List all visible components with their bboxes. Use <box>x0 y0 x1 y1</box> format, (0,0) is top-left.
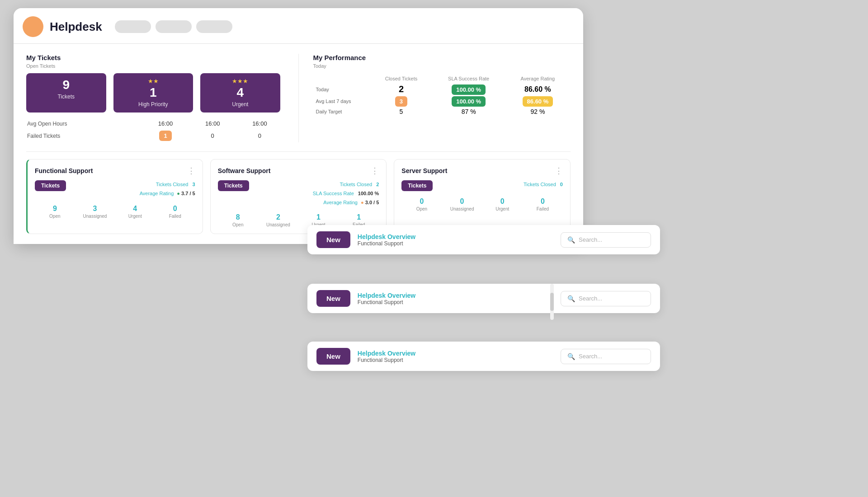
func-stat-2: Average Rating ● 3.7 / 5 <box>140 189 195 198</box>
today-sla-value: 100.00 % <box>452 84 486 95</box>
scrollbar-thumb[interactable] <box>550 293 554 311</box>
perf-header-row: Closed Tickets SLA Success Rate Average … <box>316 76 568 81</box>
functional-header: Functional Support ⋮ <box>35 166 195 176</box>
failed-col1: 1 <box>142 130 189 141</box>
avg-col3: 16:00 <box>236 118 283 129</box>
func-num-urgent: 4 Urgent <box>115 205 155 219</box>
sw-num-unassigned: 2 Unassigned <box>258 213 298 227</box>
failed-label: Failed Tickets <box>27 130 142 141</box>
today-label: Today <box>316 84 370 94</box>
func-stat-1-label: Tickets Closed <box>156 182 189 187</box>
app-logo <box>23 16 43 37</box>
today-rating: 86.60 % <box>508 84 568 94</box>
search-box-1[interactable]: 🔍 Search... <box>561 232 651 248</box>
srv-failed-label: Failed <box>523 206 563 211</box>
panel-2-subtitle: Functional Support <box>358 299 553 305</box>
my-performance-section: My Performance Today Closed Tickets SLA … <box>299 54 571 118</box>
func-stat-1-val: 3 <box>193 182 195 187</box>
ticket-card-urgent: ★★★ 4 Urgent <box>200 73 280 113</box>
floating-panel-2: New Helpdesk Overview Functional Support… <box>307 284 660 313</box>
functional-title: Functional Support <box>35 167 93 174</box>
high-priority-stars: ★★ <box>120 78 187 84</box>
func-num-failed: 0 Failed <box>155 205 195 219</box>
srv-num-urgent: 0 Urgent <box>482 197 523 211</box>
srv-open-val: 0 <box>401 197 442 206</box>
sw-unassigned-val: 2 <box>258 213 298 221</box>
avg-col1: 16:00 <box>142 118 189 129</box>
daily-sla: 87 % <box>432 108 505 115</box>
avg-sla-val: 100.00 % <box>452 96 486 107</box>
avg-open-hours-row: Avg Open Hours 16:00 16:00 16:00 <box>27 118 283 129</box>
software-title: Software Support <box>218 167 271 174</box>
sw-stat-3-val: 3.0 / 5 <box>365 200 379 205</box>
server-menu-icon[interactable]: ⋮ <box>555 166 563 176</box>
functional-nums: 9 Open 3 Unassigned 4 Urgent 0 Failed <box>35 205 195 219</box>
panel-2-title: Helpdesk Overview <box>358 292 553 299</box>
srv-num-open: 0 Open <box>401 197 442 211</box>
metrics-row: My Tickets Open Tickets 9 Tickets ★★ 1 H… <box>26 54 571 142</box>
search-box-2[interactable]: 🔍 Search... <box>561 291 651 306</box>
software-support-card: Software Support ⋮ Tickets Tickets Close… <box>210 159 387 234</box>
func-stat-2-label: Average Rating <box>140 191 174 196</box>
my-tickets-label: My Tickets <box>26 54 284 61</box>
func-stat-2-val: 3.7 / 5 <box>181 191 195 196</box>
func-stat-2-icon: ● <box>177 191 180 196</box>
support-section: Functional Support ⋮ Tickets Tickets Clo… <box>26 151 571 234</box>
urgent-number: 4 <box>207 85 274 100</box>
dashboard-content: My Tickets Open Tickets 9 Tickets ★★ 1 H… <box>14 44 583 244</box>
avg-7-label: Avg Last 7 days <box>316 97 370 105</box>
avg-col2: 16:00 <box>189 118 236 129</box>
software-tickets-btn[interactable]: Tickets <box>218 180 249 191</box>
software-stats: Tickets Closed 2 SLA Success Rate 100.00… <box>313 180 379 207</box>
floating-panel-3: New Helpdesk Overview Functional Support… <box>307 342 660 371</box>
search-icon-3: 🔍 <box>567 353 575 360</box>
func-failed-val: 0 <box>155 205 195 213</box>
func-unassigned-val: 3 <box>75 205 115 213</box>
func-unassigned-label: Unassigned <box>75 214 115 219</box>
perf-avg-row: Avg Last 7 days 3 100.00 % 86.60 % <box>316 97 568 105</box>
func-urgent-label: Urgent <box>115 214 155 219</box>
nav-pill-2[interactable] <box>156 20 192 33</box>
perf-col-closed: Closed Tickets <box>373 76 430 81</box>
functional-support-card: Functional Support ⋮ Tickets Tickets Clo… <box>26 159 203 234</box>
avg-7-rating: 86.60 % <box>508 97 568 105</box>
nav-pill-1[interactable] <box>115 20 151 33</box>
functional-menu-icon[interactable]: ⋮ <box>187 166 195 176</box>
server-nums: 0 Open 0 Unassigned 0 Urgent 0 Failed <box>401 197 563 211</box>
avg-label: Avg Open Hours <box>27 118 142 129</box>
server-tickets-btn[interactable]: Tickets <box>401 180 433 191</box>
software-header: Software Support ⋮ <box>218 166 379 176</box>
new-button-1[interactable]: New <box>316 231 350 248</box>
search-box-3[interactable]: 🔍 Search... <box>561 349 651 364</box>
panel-1-info: Helpdesk Overview Functional Support <box>358 233 553 247</box>
urgent-stars: ★★★ <box>207 78 274 84</box>
sw-num-open: 8 Open <box>218 213 258 227</box>
daily-label: Daily Target <box>316 108 370 115</box>
functional-tickets-btn[interactable]: Tickets <box>35 180 66 191</box>
func-num-open: 9 Open <box>35 205 75 219</box>
new-button-2[interactable]: New <box>316 290 350 307</box>
search-placeholder-1: Search... <box>579 236 602 243</box>
func-failed-label: Failed <box>155 214 195 219</box>
software-menu-icon[interactable]: ⋮ <box>371 166 379 176</box>
search-icon-2: 🔍 <box>567 295 575 302</box>
open-tickets-label: Tickets <box>57 94 75 100</box>
sw-open-label: Open <box>218 222 258 227</box>
server-support-card: Server Support ⋮ Tickets Tickets Closed … <box>394 159 571 234</box>
server-header: Server Support ⋮ <box>401 166 563 176</box>
search-placeholder-3: Search... <box>579 353 602 360</box>
my-tickets-section: My Tickets Open Tickets 9 Tickets ★★ 1 H… <box>26 54 299 142</box>
panel-1-title: Helpdesk Overview <box>358 233 553 240</box>
srv-unassigned-val: 0 <box>442 197 482 206</box>
srv-urgent-label: Urgent <box>482 206 523 211</box>
nav-pill-3[interactable] <box>196 20 232 33</box>
panel-3-title: Helpdesk Overview <box>358 350 553 357</box>
perf-col-rating: Average Rating <box>508 76 568 81</box>
srv-num-failed: 0 Failed <box>523 197 563 211</box>
new-button-3[interactable]: New <box>316 348 350 365</box>
my-tickets-sublabel: Open Tickets <box>26 63 284 69</box>
software-body: Tickets Tickets Closed 2 SLA Success Rat… <box>218 180 379 207</box>
avg-rating-val: 86.60 % <box>523 96 553 107</box>
performance-table: Closed Tickets SLA Success Rate Average … <box>313 73 571 118</box>
srv-failed-val: 0 <box>523 197 563 206</box>
